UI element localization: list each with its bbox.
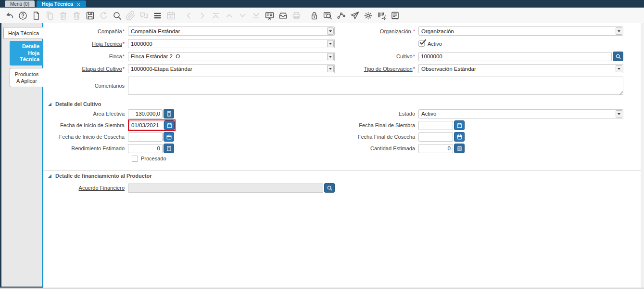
refresh-icon (99, 11, 109, 21)
save-icon[interactable] (85, 11, 95, 21)
activo-checkbox[interactable] (418, 40, 425, 47)
lock-icon[interactable] (309, 11, 319, 21)
next-record-icon (238, 11, 248, 21)
help-icon[interactable] (18, 11, 28, 21)
cantidad-estimada-input[interactable] (418, 144, 453, 153)
hoja-tecnica-value: 1000000 (128, 41, 327, 47)
sidebar-tab-productos-a-aplicar[interactable]: Productos A Aplicar (10, 68, 43, 87)
undo-icon[interactable] (4, 11, 14, 21)
etapa-select[interactable]: 1000000-Etapa Estándar (128, 64, 335, 73)
sidebar-tab-label: Hoja Técnica (8, 30, 39, 36)
tipo-observacion-value: Observación Estándar (419, 66, 615, 72)
sidebar-tab-label: Productos A Aplicar (13, 71, 40, 85)
estado-label: Estado (335, 111, 418, 117)
estado-select[interactable]: Activo (418, 109, 623, 118)
compania-value: Compañía Estándar (128, 28, 327, 34)
finca-value: Finca Estándar 2_O (128, 53, 327, 59)
calendar-button[interactable] (164, 132, 174, 142)
presentation-icon[interactable] (265, 11, 275, 21)
finca-label: Finca* (43, 53, 128, 59)
calendar-button[interactable] (454, 132, 465, 142)
etapa-value: 1000000-Etapa Estándar (128, 66, 327, 72)
calculator-button[interactable] (164, 109, 174, 118)
compania-select[interactable]: Compañía Estándar (128, 26, 335, 36)
window-tab-bar: Menú (0) Hoja Técnica (0, 0, 644, 7)
calendar-button[interactable] (164, 120, 175, 130)
chevron-left-icon (184, 11, 194, 21)
last-record-icon (251, 11, 261, 21)
hoja-tecnica-label: Hoja Tecnica* (43, 41, 128, 47)
barcode-scan-icon[interactable] (377, 11, 387, 21)
chevron-down-icon[interactable] (327, 65, 334, 72)
zoom-search-icon[interactable] (323, 11, 333, 21)
form-row: Fecha de Inicio de Siembra Fecha Final d… (43, 120, 644, 130)
calendar-button[interactable] (454, 120, 465, 130)
sidebar-tab-detalle-hoja-tecnica[interactable]: Detalle Hoja Técnica (10, 41, 43, 66)
calculator-button[interactable] (454, 144, 465, 153)
tab-menu[interactable]: Menú (0) (5, 0, 35, 7)
etapa-label: Etapa del Cultivo* (43, 66, 128, 72)
cultivo-field (418, 52, 623, 61)
cultivo-input[interactable] (418, 52, 612, 61)
cantidad-estimada-label: Cantidad Estimada (335, 145, 418, 151)
activo-field: Activo (418, 40, 623, 47)
chevron-down-icon[interactable] (327, 40, 334, 47)
fecha-inicio-siembra-label: Fecha de Inicio de Siembra (43, 122, 128, 128)
procesado-checkbox[interactable] (132, 156, 138, 162)
form-row: Hoja Tecnica* 1000000 Activo (43, 39, 644, 48)
calculator-button[interactable] (164, 144, 174, 153)
procesado-label: Procesado (141, 156, 166, 161)
toolbar (0, 8, 644, 23)
attachment-icon (126, 11, 136, 21)
fecha-inicio-siembra-input[interactable] (129, 121, 164, 130)
compania-label: Compañía* (43, 28, 128, 34)
vertical-scrollbar[interactable] (641, 23, 644, 288)
acuerdo-financiero-input (128, 184, 323, 193)
area-efectiva-label: Área Efectiva (43, 111, 128, 117)
grid-toggle-icon[interactable] (152, 11, 163, 21)
delete-selection-icon (72, 11, 82, 21)
rendimiento-estimado-input[interactable] (128, 144, 163, 153)
procesado-field: Procesado (132, 156, 335, 162)
section-title: Detalle de financiamiento al Productor (55, 173, 152, 179)
form-row: Etapa del Cultivo* 1000000-Etapa Estánda… (43, 64, 644, 73)
finca-select[interactable]: Finca Estándar 2_O (128, 52, 335, 61)
section-financiamiento-header[interactable]: Detalle de financiamiento al Productor (43, 171, 644, 181)
chevron-down-icon[interactable] (616, 110, 622, 118)
settings-icon[interactable] (363, 11, 373, 21)
find-icon[interactable] (112, 11, 122, 21)
close-icon[interactable] (76, 2, 81, 6)
fecha-final-cosecha-input[interactable] (418, 132, 453, 142)
hoja-tecnica-select[interactable]: 1000000 (128, 39, 335, 48)
tipo-observacion-select[interactable]: Observación Estándar (418, 64, 623, 73)
report-document-icon[interactable] (390, 11, 400, 21)
workflow-icon[interactable] (336, 11, 346, 21)
new-icon[interactable] (31, 11, 41, 21)
archive-icon[interactable] (278, 11, 288, 21)
calendar-icon (166, 11, 176, 21)
previous-record-icon (224, 11, 234, 21)
fecha-inicio-cosecha-input[interactable] (128, 132, 163, 142)
comentarios-textarea[interactable] (128, 77, 623, 95)
section-detalle-cultivo-header[interactable]: Detalle del Cultivo (43, 99, 644, 109)
estado-value: Activo (419, 111, 615, 117)
chevron-down-icon[interactable] (616, 27, 622, 35)
organizacion-select[interactable]: Organización (418, 26, 623, 36)
sidebar-tab-hoja-tecnica[interactable]: Hoja Técnica (3, 27, 43, 39)
area-efectiva-input[interactable] (128, 109, 163, 118)
sidebar: Hoja Técnica Detalle Hoja Técnica Produc… (0, 23, 43, 289)
chevron-down-icon[interactable] (327, 27, 334, 35)
fecha-final-siembra-input[interactable] (418, 121, 453, 130)
main-area: Hoja Técnica Detalle Hoja Técnica Produc… (0, 23, 644, 289)
cultivo-lookup-button[interactable] (613, 52, 623, 61)
chevron-down-icon[interactable] (327, 53, 334, 60)
acuerdo-financiero-label: Acuerdo Financiero (43, 185, 128, 191)
tab-hoja-tecnica[interactable]: Hoja Técnica (37, 0, 86, 7)
form-row: Área Efectiva Estado Activo (43, 109, 644, 118)
send-icon[interactable] (350, 11, 360, 21)
acuerdo-lookup-button[interactable] (324, 183, 335, 193)
application-window: Menú (0) Hoja Técnica Hoja Técnica Detal… (0, 0, 644, 289)
chat-icon (139, 11, 149, 21)
fecha-inicio-cosecha-label: Fecha de Inicio de Cosecha (43, 134, 128, 140)
chevron-down-icon[interactable] (616, 65, 622, 72)
